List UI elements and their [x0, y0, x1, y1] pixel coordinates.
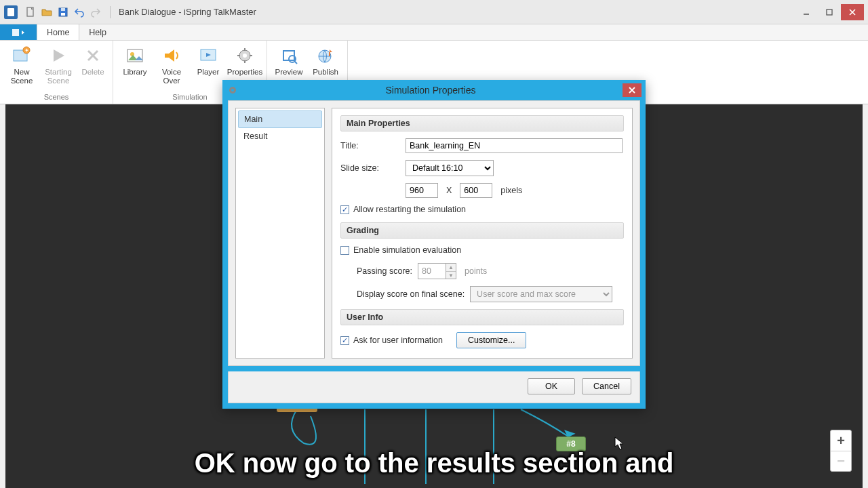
spin-up-icon[interactable]: ▲: [446, 264, 456, 271]
delete-icon: [82, 45, 104, 66]
enable-evaluation-checkbox[interactable]: [340, 246, 349, 255]
quick-access-toolbar: [24, 6, 102, 18]
section-user-info: User Info: [340, 309, 624, 325]
close-button[interactable]: [841, 4, 864, 20]
dimension-separator: X: [443, 186, 454, 195]
separator: [110, 6, 111, 18]
dialog-main-panel: Main Properties Title: Slide size: Defau…: [332, 108, 633, 359]
zoom-out-button[interactable]: −: [831, 451, 851, 471]
points-label: points: [465, 266, 487, 276]
new-scene-button[interactable]: ✦ New Scene: [5, 43, 38, 92]
minimize-button[interactable]: [795, 4, 818, 20]
publish-icon: [315, 45, 336, 66]
open-icon[interactable]: [41, 6, 53, 18]
voice-over-icon: [161, 45, 182, 66]
save-icon[interactable]: [57, 6, 69, 18]
window-controls: [795, 4, 864, 20]
nav-item-result[interactable]: Result: [238, 128, 322, 144]
app-icon: [4, 5, 18, 19]
library-button[interactable]: Library: [119, 43, 151, 92]
display-score-label: Display score on final scene:: [357, 289, 465, 299]
ask-user-info-checkbox[interactable]: [340, 336, 349, 345]
starting-scene-icon: [47, 45, 69, 66]
preview-icon: [278, 45, 300, 66]
properties-icon: [234, 45, 256, 66]
delete-button[interactable]: Delete: [79, 43, 107, 92]
new-scene-icon: ✦: [11, 45, 33, 66]
pixels-label: pixels: [500, 186, 522, 195]
player-button[interactable]: Player: [192, 43, 224, 92]
dialog-close-button[interactable]: [623, 83, 642, 97]
dialog-body: Main Result Main Properties Title: Slide…: [228, 100, 640, 366]
menu-tabs: Home Help: [0, 24, 868, 41]
width-input[interactable]: [406, 183, 438, 198]
ask-user-info-label: Ask for user information: [353, 336, 443, 345]
dialog-titlebar[interactable]: Simulation Properties: [222, 80, 646, 100]
section-grading: Grading: [340, 222, 624, 239]
customize-button[interactable]: Customize...: [456, 332, 526, 348]
title-label: Title:: [340, 141, 400, 150]
maximize-button[interactable]: [818, 4, 841, 20]
redo-icon[interactable]: [90, 6, 102, 18]
display-score-select[interactable]: User score and max score: [470, 286, 612, 302]
slide-size-select[interactable]: Default 16:10: [406, 160, 494, 176]
tab-home[interactable]: Home: [37, 24, 79, 40]
svg-text:✦: ✦: [24, 47, 29, 54]
tab-help[interactable]: Help: [79, 24, 117, 40]
nav-item-main[interactable]: Main: [238, 110, 322, 128]
spin-down-icon[interactable]: ▼: [446, 271, 456, 279]
passing-score-spinner[interactable]: ▲▼: [418, 263, 456, 279]
allow-restart-checkbox[interactable]: [340, 205, 349, 214]
undo-icon[interactable]: [73, 6, 85, 18]
zoom-controls: + −: [830, 430, 852, 472]
svg-rect-5: [827, 9, 832, 15]
zoom-in-button[interactable]: +: [831, 430, 851, 451]
height-input[interactable]: [460, 183, 492, 198]
svg-point-34: [231, 89, 234, 92]
scene-node-8[interactable]: #8: [556, 436, 586, 451]
svg-line-25: [294, 61, 297, 64]
svg-point-18: [243, 54, 247, 58]
title-input[interactable]: [406, 138, 623, 153]
svg-point-15: [130, 52, 134, 56]
svg-rect-2: [61, 13, 65, 16]
allow-restart-label: Allow restarting the simulation: [353, 205, 466, 214]
voice-over-button[interactable]: Voice Over: [155, 43, 188, 92]
dialog-title: Simulation Properties: [239, 85, 623, 96]
svg-rect-3: [61, 8, 65, 11]
player-icon: [197, 45, 219, 66]
enable-evaluation-label: Enable simulation evaluation: [353, 245, 461, 255]
new-file-icon[interactable]: [24, 6, 37, 18]
slide-size-label: Slide size:: [340, 163, 400, 173]
window-titlebar: Bank Dialogue - iSpring TalkMaster: [0, 0, 868, 24]
file-tab[interactable]: [0, 24, 37, 40]
ok-button[interactable]: OK: [528, 378, 575, 394]
passing-score-label: Passing score:: [357, 266, 412, 276]
simulation-properties-dialog: Simulation Properties Main Result Main P…: [222, 80, 646, 409]
starting-scene-button[interactable]: Starting Scene: [42, 43, 75, 92]
gear-icon: [226, 84, 239, 96]
window-title: Bank Dialogue - iSpring TalkMaster: [119, 7, 256, 17]
passing-score-input[interactable]: [418, 263, 446, 279]
cancel-button[interactable]: Cancel: [582, 378, 631, 394]
section-main-properties: Main Properties: [340, 115, 624, 131]
dialog-nav: Main Result: [235, 108, 325, 359]
ribbon-group-scenes: ✦ New Scene Starting Scene Delete Scenes: [0, 41, 113, 104]
svg-rect-8: [12, 29, 19, 36]
group-label-scenes: Scenes: [5, 92, 107, 104]
mouse-cursor-icon: [614, 436, 624, 450]
dialog-footer: OK Cancel: [228, 371, 640, 403]
library-icon: [124, 45, 146, 66]
